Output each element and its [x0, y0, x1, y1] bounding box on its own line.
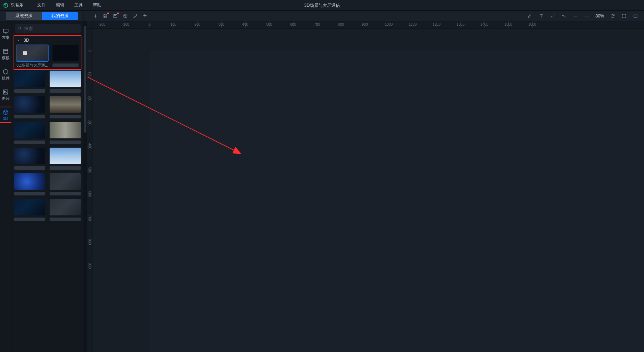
asset-thumb	[14, 173, 45, 190]
solid-line-button[interactable]	[570, 11, 580, 21]
sidenav-label: 图片	[2, 96, 10, 101]
asset-item[interactable]	[50, 173, 81, 195]
sidenav-scheme[interactable]: 方案	[0, 26, 11, 42]
asset-item[interactable]	[14, 173, 45, 195]
dashed-line-button[interactable]	[582, 11, 592, 21]
asset-label	[14, 89, 45, 93]
search-input[interactable]	[24, 26, 78, 31]
brush-tool-button[interactable]	[130, 11, 140, 21]
asset-thumb	[52, 45, 79, 61]
rectangle-tool-button[interactable]	[630, 11, 640, 21]
second-bar: 系统资源 我的资源	[0, 11, 644, 21]
svg-rect-6	[4, 90, 8, 94]
zoom-level: 80%	[595, 14, 604, 19]
asset-item[interactable]	[50, 96, 81, 118]
asset-thumb	[14, 96, 45, 113]
asset-label	[14, 192, 45, 195]
sidenav-template[interactable]: 模板	[0, 47, 11, 62]
asset-thumb	[14, 122, 45, 138]
asset-label	[14, 115, 45, 118]
svg-rect-3	[634, 15, 637, 17]
asset-group-name: 3D	[24, 38, 29, 43]
app-name: 乐吾乐	[11, 2, 24, 8]
refresh-button[interactable]	[608, 11, 618, 21]
page-rect	[150, 51, 644, 352]
asset-item[interactable]	[14, 199, 45, 221]
sidenav-component[interactable]: 组件	[0, 67, 11, 82]
svg-point-7	[4, 91, 5, 92]
asset-label: 3D场景与大屏通...	[16, 63, 48, 67]
curve-tool-button[interactable]	[548, 11, 558, 21]
canvas[interactable]	[92, 29, 644, 352]
svg-point-8	[19, 27, 21, 29]
sidenav-3d[interactable]: 3D	[0, 108, 11, 122]
asset-thumb	[16, 45, 48, 61]
new-button[interactable]	[90, 11, 100, 21]
asset-thumb	[14, 148, 45, 164]
asset-scrollbar[interactable]	[84, 21, 87, 352]
main: 方案 模板 组件 图片 3D	[0, 21, 644, 352]
tab-my-resources[interactable]: 我的资源	[42, 12, 78, 20]
wave-tool-button[interactable]	[559, 11, 569, 21]
save-button[interactable]	[100, 11, 110, 21]
ruler-vertical: 0100200300400500600700800900	[87, 29, 92, 352]
asset-label	[50, 141, 81, 144]
asset-label	[14, 218, 45, 221]
sidenav: 方案 模板 组件 图片 3D	[0, 21, 11, 352]
sidenav-label: 模板	[2, 55, 10, 61]
unsaved-dot-icon	[107, 12, 109, 14]
scrollbar-thumb[interactable]	[84, 26, 86, 133]
toolbar-right: 80%	[525, 11, 640, 21]
asset-item[interactable]	[14, 96, 45, 118]
save-as-button[interactable]	[110, 11, 120, 21]
asset-thumb	[50, 148, 81, 164]
search-box[interactable]	[15, 24, 81, 33]
asset-label	[50, 192, 81, 195]
app-logo: 乐吾乐	[3, 2, 24, 8]
asset-group-header[interactable]: 3D	[14, 36, 81, 45]
asset-item[interactable]	[50, 71, 81, 93]
cube-tool-button[interactable]	[120, 11, 130, 21]
asset-label	[50, 218, 81, 221]
asset-item[interactable]	[50, 122, 81, 144]
asset-item[interactable]	[14, 148, 45, 170]
asset-group-highlight: 3D 3D场景与大屏通...	[14, 35, 81, 70]
resource-tabs: 系统资源 我的资源	[0, 11, 84, 21]
svg-rect-5	[4, 49, 8, 53]
search-icon	[18, 26, 22, 31]
asset-item[interactable]	[50, 148, 81, 170]
asset-label	[50, 89, 81, 93]
asset-thumb	[50, 122, 81, 138]
asset-thumb	[50, 173, 81, 190]
menu-tools[interactable]: 工具	[69, 0, 88, 11]
cube-icon	[23, 51, 27, 55]
asset-thumb	[14, 71, 45, 87]
menu-file[interactable]: 文件	[32, 0, 51, 11]
asset-item[interactable]	[14, 71, 45, 93]
asset-item[interactable]	[14, 122, 45, 144]
asset-thumb	[50, 96, 81, 113]
undo-button[interactable]	[140, 11, 150, 21]
menu-edit[interactable]: 编辑	[51, 0, 69, 11]
asset-grid	[11, 70, 84, 226]
search-row	[11, 21, 84, 35]
asset-thumb	[50, 71, 81, 87]
asset-item-featured[interactable]: 3D场景与大屏通...	[16, 45, 48, 67]
fit-screen-button[interactable]	[619, 11, 629, 21]
pen-tool-button[interactable]	[525, 11, 535, 21]
ruler-horizontal: -200-10001002003004005006007008009001000…	[87, 21, 644, 29]
asset-label	[14, 166, 45, 170]
asset-thumb	[50, 199, 81, 215]
logo-icon	[3, 2, 9, 8]
sidenav-image[interactable]: 图片	[0, 87, 11, 103]
asset-item[interactable]	[50, 199, 81, 221]
svg-rect-4	[3, 29, 8, 32]
sidenav-label: 3D	[3, 116, 8, 121]
svg-rect-0	[114, 14, 117, 17]
asset-thumb	[14, 199, 45, 215]
menu-help[interactable]: 帮助	[88, 0, 106, 11]
tab-system-resources[interactable]: 系统资源	[6, 12, 42, 20]
asset-item[interactable]	[52, 45, 79, 67]
asset-label	[50, 166, 81, 170]
text-tool-button[interactable]	[536, 11, 546, 21]
